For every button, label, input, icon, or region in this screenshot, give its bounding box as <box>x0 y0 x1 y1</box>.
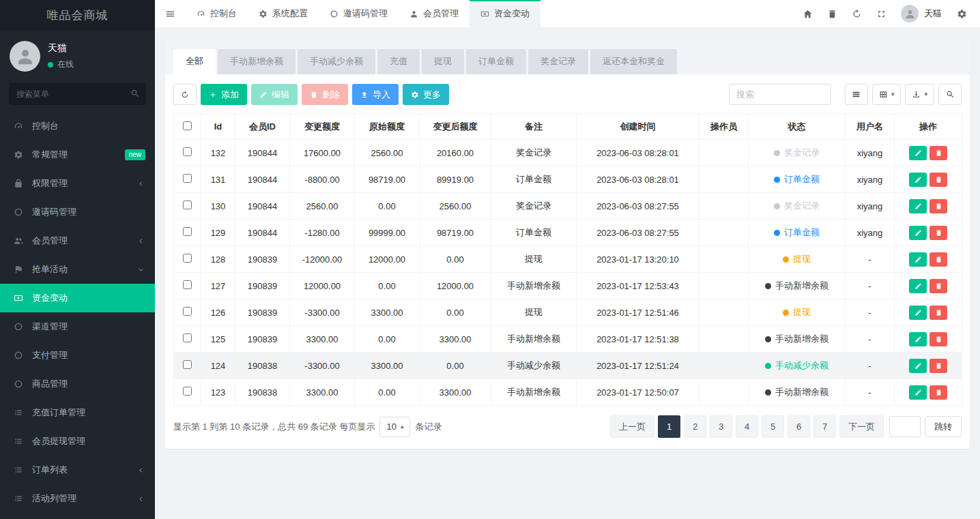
toggle-view-button[interactable] <box>845 84 868 105</box>
page-button-4[interactable]: 4 <box>736 415 758 438</box>
table-row[interactable]: 126190839-3300.003300.000.00提现2023-01-17… <box>174 299 962 326</box>
delete-row-button[interactable] <box>929 199 947 213</box>
delete-row-button[interactable] <box>929 385 947 400</box>
select-all-checkbox[interactable] <box>183 121 192 130</box>
sidebar-item-goods[interactable]: 商品管理 <box>0 370 155 398</box>
prev-page-button[interactable]: 上一页 <box>610 415 654 438</box>
table-row[interactable]: 129190844-1280.0099999.0098719.00订单金额202… <box>174 220 962 246</box>
delete-row-button[interactable] <box>929 226 947 240</box>
filter-tab-all[interactable]: 全部 <box>173 49 216 74</box>
edit-row-button[interactable] <box>909 252 927 267</box>
page-button-3[interactable]: 3 <box>710 415 732 438</box>
fullscreen-icon[interactable] <box>869 0 893 27</box>
filter-tab-manual-reduce[interactable]: 手动减少余额 <box>298 49 375 74</box>
delete-row-button[interactable] <box>929 359 947 373</box>
home-icon[interactable] <box>796 0 819 27</box>
page-size-dropdown[interactable]: 10▴ <box>379 417 410 437</box>
filter-tab-bonus[interactable]: 奖金记录 <box>528 49 588 74</box>
page-button-6[interactable]: 6 <box>788 415 810 438</box>
sidebar-item-console[interactable]: 控制台 <box>0 112 155 140</box>
table-row[interactable]: 13219084417600.002560.0020160.00奖金记录2023… <box>174 140 962 166</box>
row-checkbox[interactable] <box>183 174 192 183</box>
table-row[interactable]: 12719083912000.000.0012000.00手动新增余额2023-… <box>174 273 962 299</box>
edit-row-button[interactable] <box>909 306 927 320</box>
page-button-2[interactable]: 2 <box>684 415 706 438</box>
sidebar-search-input[interactable] <box>9 83 146 105</box>
row-checkbox[interactable] <box>183 387 192 396</box>
top-tab-invite[interactable]: 邀请码管理 <box>319 0 399 27</box>
delete-row-button[interactable] <box>929 332 947 346</box>
topbar-user[interactable]: 天猫 <box>894 5 949 23</box>
table-row[interactable]: 124190838-3300.003300.000.00手动减少余额2023-0… <box>174 353 962 379</box>
sidebar-item-withdraw[interactable]: 会员提现管理 <box>0 427 155 456</box>
page-button-1[interactable]: 1 <box>658 415 680 438</box>
filter-tab-withdraw[interactable]: 提现 <box>422 49 464 74</box>
sidebar-item-payment[interactable]: 支付管理 <box>0 341 155 370</box>
import-button[interactable]: 导入 <box>352 84 399 105</box>
edit-row-button[interactable] <box>909 359 927 373</box>
sidebar-item-member[interactable]: 会员管理 <box>0 226 155 255</box>
page-button-5[interactable]: 5 <box>762 415 784 438</box>
top-tab-member[interactable]: 会员管理 <box>399 0 470 27</box>
add-button[interactable]: 添加 <box>201 84 247 105</box>
jump-button[interactable]: 跳转 <box>925 416 962 437</box>
sidebar-item-grab[interactable]: 抢单活动 <box>0 255 155 284</box>
top-tab-funds[interactable]: 资金变动 <box>470 0 541 27</box>
edit-row-button[interactable] <box>909 173 927 187</box>
row-checkbox[interactable] <box>183 254 192 263</box>
table-row[interactable]: 131190844-8800.0098719.0089919.00订单金额202… <box>174 166 962 193</box>
filter-tab-recharge[interactable]: 充值 <box>377 49 420 74</box>
sidebar-item-channel[interactable]: 渠道管理 <box>0 312 155 341</box>
top-tab-console[interactable]: 控制台 <box>186 0 248 27</box>
delete-button[interactable]: 删除 <box>302 84 348 105</box>
sidebar-item-activity[interactable]: 活动列管理 <box>0 484 155 513</box>
edit-row-button[interactable] <box>909 146 927 160</box>
row-checkbox[interactable] <box>183 333 192 342</box>
edit-row-button[interactable] <box>909 226 927 240</box>
delete-row-button[interactable] <box>929 306 947 320</box>
page-button-7[interactable]: 7 <box>813 415 836 438</box>
page-jump-input[interactable] <box>889 416 921 437</box>
column-header[interactable]: 变更后额度 <box>420 114 491 140</box>
filter-tab-manual-add[interactable]: 手动新增余额 <box>218 49 296 74</box>
column-header[interactable]: 变更额度 <box>290 114 355 140</box>
filter-tab-return[interactable]: 返还本金和奖金 <box>590 49 677 74</box>
sidebar-item-funds[interactable]: 资金变动 <box>0 284 155 312</box>
export-button[interactable]: ▾ <box>905 84 934 105</box>
table-row[interactable]: 1231908383300.000.003300.00手动新增余额2023-01… <box>174 379 962 406</box>
row-checkbox[interactable] <box>183 147 192 156</box>
edit-row-button[interactable] <box>909 279 927 293</box>
table-search-input[interactable] <box>729 84 831 105</box>
columns-button[interactable]: ▾ <box>872 84 902 105</box>
menu-toggle-icon[interactable] <box>155 0 186 27</box>
edit-row-button[interactable] <box>909 199 927 213</box>
next-page-button[interactable]: 下一页 <box>839 415 884 438</box>
column-header[interactable]: 备注 <box>491 114 577 140</box>
search-toggle-button[interactable] <box>938 84 962 105</box>
filter-tab-order-amount[interactable]: 订单金额 <box>466 49 526 74</box>
row-checkbox[interactable] <box>183 280 192 289</box>
refresh-icon[interactable] <box>845 0 868 27</box>
column-header[interactable]: 操作 <box>895 114 962 140</box>
top-tab-system[interactable]: 系统配置 <box>248 0 319 27</box>
delete-row-button[interactable] <box>929 252 947 267</box>
refresh-button[interactable] <box>173 84 197 105</box>
delete-row-button[interactable] <box>929 173 947 187</box>
delete-row-button[interactable] <box>929 279 947 293</box>
row-checkbox[interactable] <box>183 227 192 236</box>
row-checkbox[interactable] <box>183 360 192 369</box>
table-row[interactable]: 1301908442560.000.002560.00奖金记录2023-06-0… <box>174 193 962 220</box>
edit-button[interactable]: 编辑 <box>251 84 298 105</box>
column-header[interactable]: 会员ID <box>235 114 290 140</box>
table-row[interactable]: 1251908393300.000.003300.00手动新增余额2023-01… <box>174 326 962 353</box>
sidebar-item-general[interactable]: 常规管理new <box>0 140 155 169</box>
column-header[interactable]: 操作员 <box>700 114 749 140</box>
edit-row-button[interactable] <box>909 385 927 400</box>
column-header[interactable]: 原始额度 <box>355 114 420 140</box>
edit-row-button[interactable] <box>909 332 927 346</box>
row-checkbox[interactable] <box>183 201 192 209</box>
sidebar-item-invite[interactable]: 邀请码管理 <box>0 198 155 226</box>
settings-gear-icon[interactable] <box>950 0 973 27</box>
column-header[interactable]: 用户名 <box>846 114 895 140</box>
column-header[interactable]: 状态 <box>749 114 846 140</box>
